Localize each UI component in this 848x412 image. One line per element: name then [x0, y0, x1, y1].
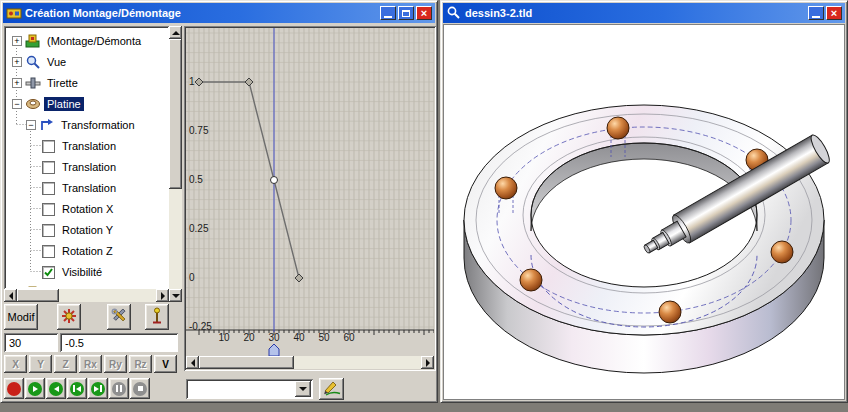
- tree-item-label[interactable]: Platine: [44, 97, 84, 111]
- tree-view-body[interactable]: +(Montage/Démonta+Vue+Tirette−Platine−Tr…: [6, 28, 167, 287]
- tree-item-label[interactable]: [44, 286, 50, 288]
- edit-curve-button[interactable]: [319, 378, 344, 400]
- tree-item-label[interactable]: Translation: [59, 181, 119, 195]
- close-button[interactable]: ×: [826, 6, 842, 20]
- tree-item-transformation[interactable]: −Transformation: [6, 114, 167, 135]
- left-arrow-icon: [9, 292, 13, 300]
- tree-item-label[interactable]: Visibilité: [59, 265, 105, 279]
- close-button[interactable]: ×: [416, 6, 432, 20]
- axis-button-rx[interactable]: Rx: [79, 355, 102, 373]
- scroll-left-button[interactable]: [4, 289, 17, 302]
- curve-editor-panel[interactable]: 10.750.50.250-0.25102030405060: [184, 26, 436, 371]
- tree-item--montage-d-monta[interactable]: +(Montage/Démonta: [6, 30, 167, 51]
- tree-item-label[interactable]: Vue: [44, 55, 69, 69]
- expand-toggle[interactable]: +: [12, 57, 22, 67]
- scroll-right-button[interactable]: [421, 356, 434, 369]
- scrollbar-thumb[interactable]: [169, 39, 182, 189]
- axis-button-v[interactable]: V: [154, 355, 177, 373]
- unchecked-checkbox[interactable]: [42, 161, 55, 174]
- pause-button[interactable]: [109, 378, 129, 399]
- axis-button-x[interactable]: X: [4, 355, 27, 373]
- unchecked-checkbox[interactable]: [42, 203, 55, 216]
- pin-icon-button[interactable]: [145, 304, 169, 330]
- tree-item-label[interactable]: Translation: [59, 139, 119, 153]
- time-input[interactable]: [4, 333, 58, 352]
- bolt: [520, 269, 542, 291]
- axis-button-y[interactable]: Y: [29, 355, 52, 373]
- minimize-button[interactable]: [808, 6, 824, 20]
- y-tick-label: 0.75: [189, 125, 209, 136]
- close-icon: ×: [831, 8, 837, 18]
- tree-item-label[interactable]: Translation: [59, 160, 119, 174]
- preset-dropdown[interactable]: [186, 379, 313, 399]
- tree-item-rotation-x[interactable]: Rotation X: [6, 198, 167, 219]
- collapse-toggle[interactable]: −: [12, 99, 22, 109]
- tree-item-label[interactable]: Rotation Y: [59, 223, 116, 237]
- tree-item-platine[interactable]: −Platine: [6, 93, 167, 114]
- curve-plot[interactable]: 10.750.50.250-0.25102030405060: [186, 28, 434, 358]
- tree-vscrollbar[interactable]: [169, 26, 182, 302]
- assembly-icon: [25, 33, 41, 49]
- tree-item-rotation-y[interactable]: Rotation Y: [6, 219, 167, 240]
- unchecked-checkbox[interactable]: [42, 245, 55, 258]
- unchecked-checkbox[interactable]: [42, 224, 55, 237]
- scroll-up-button[interactable]: [169, 26, 182, 39]
- tree-item-label[interactable]: Tirette: [44, 76, 81, 90]
- scrollbar-track[interactable]: [17, 289, 156, 302]
- playback-buttons-row: [1, 378, 161, 399]
- scrollbar-track[interactable]: [169, 39, 182, 289]
- step-forward-icon: [91, 382, 105, 396]
- tree-item-partial[interactable]: +: [6, 282, 167, 287]
- unchecked-checkbox[interactable]: [42, 182, 55, 195]
- checked-checkbox[interactable]: [42, 266, 55, 279]
- collapse-toggle[interactable]: −: [26, 120, 36, 130]
- scrollbar-thumb[interactable]: [199, 356, 294, 369]
- bolt: [771, 241, 793, 263]
- stop-button[interactable]: [130, 378, 150, 399]
- tree-item-visibilit-[interactable]: Visibilité: [6, 261, 167, 282]
- minimize-button[interactable]: [380, 6, 396, 20]
- play-backward-icon: [49, 382, 63, 396]
- tree-item-label[interactable]: Rotation Z: [59, 244, 116, 258]
- tools-icon-button[interactable]: [107, 304, 131, 330]
- play-backward-button[interactable]: [46, 378, 66, 399]
- modify-button[interactable]: Modif: [4, 304, 38, 330]
- value-input[interactable]: [60, 333, 178, 352]
- axis-button-rz[interactable]: Rz: [129, 355, 152, 373]
- drawing-viewer-window: dessin3-2.tld ×: [440, 0, 848, 403]
- drawing-canvas[interactable]: [443, 24, 845, 400]
- expand-toggle[interactable]: +: [12, 78, 22, 88]
- x-tick-label: 10: [218, 332, 230, 343]
- maximize-button[interactable]: [398, 6, 414, 20]
- scrollbar-track[interactable]: [199, 356, 421, 369]
- tree-item-tirette[interactable]: +Tirette: [6, 72, 167, 93]
- tree-hscrollbar[interactable]: [4, 289, 169, 302]
- expand-toggle[interactable]: +: [12, 36, 22, 46]
- right-window-titlebar[interactable]: dessin3-2.tld ×: [443, 3, 845, 23]
- tree-item-translation[interactable]: Translation: [6, 177, 167, 198]
- tree-item-translation[interactable]: Translation: [6, 156, 167, 177]
- tree-item-label[interactable]: (Montage/Démonta: [44, 34, 144, 48]
- step-forward-button[interactable]: [88, 378, 108, 399]
- tree-item-label[interactable]: Transformation: [58, 118, 138, 132]
- play-forward-button[interactable]: [25, 378, 45, 399]
- left-window-titlebar[interactable]: Création Montage/Démontage ×: [3, 3, 435, 23]
- scroll-down-button[interactable]: [169, 289, 182, 302]
- axis-buttons-row: XYZRxRyRzV: [1, 355, 184, 373]
- curve-hscrollbar[interactable]: [186, 356, 434, 369]
- dropdown-button[interactable]: [295, 381, 311, 397]
- step-backward-button[interactable]: [67, 378, 87, 399]
- axis-button-ry[interactable]: Ry: [104, 355, 127, 373]
- scroll-right-button[interactable]: [156, 289, 169, 302]
- scroll-left-button[interactable]: [186, 356, 199, 369]
- wheel-icon-button[interactable]: [57, 304, 81, 330]
- tree-item-translation[interactable]: Translation: [6, 135, 167, 156]
- tree-item-rotation-z[interactable]: Rotation Z: [6, 240, 167, 261]
- record-button[interactable]: [4, 378, 24, 399]
- current-value-marker[interactable]: [271, 177, 278, 184]
- scrollbar-thumb[interactable]: [17, 289, 59, 302]
- unchecked-checkbox[interactable]: [42, 140, 55, 153]
- axis-button-z[interactable]: Z: [54, 355, 77, 373]
- tree-item-vue[interactable]: +Vue: [6, 51, 167, 72]
- tree-item-label[interactable]: Rotation X: [59, 202, 116, 216]
